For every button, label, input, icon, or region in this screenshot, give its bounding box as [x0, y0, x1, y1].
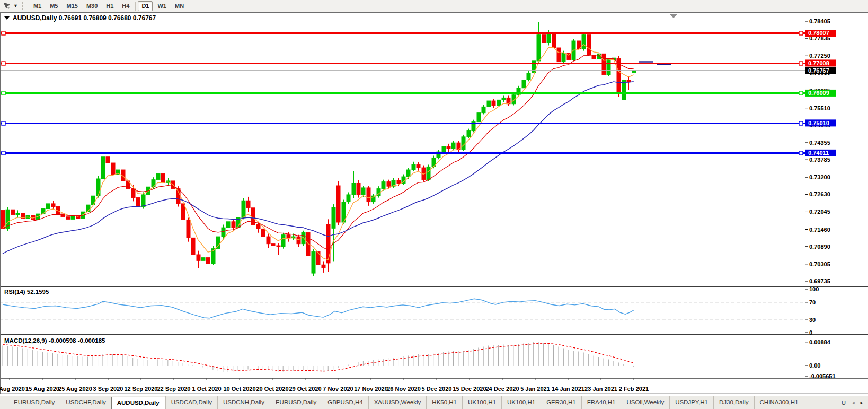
chart-tab-eurusd-daily[interactable]: EURUSD,Daily — [270, 396, 322, 409]
candle-body — [261, 229, 265, 237]
price-tick-label: 0.70305 — [809, 261, 830, 267]
chart-tab-usdjpy-h1[interactable]: USDJPY,H1 — [669, 396, 713, 409]
candle-body — [232, 222, 235, 228]
date-label: 6 Aug 2020 — [0, 386, 25, 392]
date-label: 29 Oct 2020 — [289, 386, 321, 392]
candle-body — [442, 147, 446, 152]
candle-body — [277, 246, 280, 247]
price-tick-label: 0.72630 — [809, 191, 830, 197]
candle-body — [222, 228, 225, 237]
hline-handle[interactable] — [2, 62, 5, 65]
hline-handle[interactable] — [2, 121, 5, 125]
candle-body — [357, 183, 360, 194]
chart-tab-usoil-weekly[interactable]: USOil,Weekly — [621, 396, 669, 409]
timeframe-button-h4[interactable]: H4 — [118, 1, 133, 11]
chart-tab-eurusd-daily[interactable]: EURUSD,Daily — [8, 396, 60, 409]
hline-handle[interactable] — [799, 151, 803, 155]
date-label: 26 Nov 2020 — [387, 386, 421, 392]
candle-body — [547, 33, 551, 43]
hline-handle[interactable] — [799, 121, 803, 125]
candle-body — [602, 54, 606, 75]
timeframe-button-w1[interactable]: W1 — [154, 1, 170, 11]
candle-body — [542, 35, 546, 43]
hline-handle[interactable] — [799, 91, 803, 95]
candle-body — [502, 98, 506, 100]
hline-handle[interactable] — [2, 31, 5, 35]
rsi-axis-label: 70 — [809, 299, 816, 306]
chevron-down-icon[interactable]: ▼ — [13, 3, 18, 8]
tab-truncated[interactable]: U — [836, 398, 849, 407]
timeframe-button-m15[interactable]: M15 — [63, 1, 81, 11]
chart-tab-ger30-h1[interactable]: GER30,H1 — [541, 396, 581, 409]
tab-scroll-cluster: U ◄ ► — [832, 396, 868, 409]
candle-body — [287, 235, 290, 238]
tab-scroll-right-icon[interactable]: ► — [857, 399, 866, 406]
rsi-axis-label: 100 — [809, 286, 819, 292]
hline-handle[interactable] — [2, 151, 5, 155]
chart-tab-usdcad-daily[interactable]: USDCAD,Daily — [165, 396, 217, 409]
candle-body — [361, 188, 365, 195]
chart-canvas[interactable]: 0.784050.778350.772500.766800.760950.755… — [0, 12, 868, 396]
candle-body — [406, 170, 410, 177]
price-tick-label: 0.73785 — [809, 156, 830, 163]
candle-body — [156, 173, 160, 179]
candle-body — [492, 101, 495, 105]
chart-tab-china300-h1[interactable]: CHINA300,H1 — [754, 396, 804, 409]
chart-tab-hk50-h1[interactable]: HK50,H1 — [426, 396, 462, 409]
tab-scroll-left-icon[interactable]: ◄ — [849, 399, 857, 406]
candle-body — [462, 137, 465, 150]
candle-body — [497, 100, 501, 105]
price-tick-label: 0.75510 — [809, 105, 830, 111]
date-label: 12 Sep 2020 — [125, 386, 158, 392]
hline-handle[interactable] — [799, 31, 803, 35]
date-label: 15 Dec 2020 — [453, 386, 486, 392]
date-label: 15 Aug 2020 — [25, 386, 59, 392]
timeframe-button-h1[interactable]: H1 — [102, 1, 117, 11]
chart-tab-gbpusd-h4[interactable]: GBPUSD,H4 — [322, 396, 368, 409]
candle-body — [256, 224, 260, 229]
date-label: 5 Jan 2021 — [520, 386, 550, 392]
macd-axis-label: 0.00 — [809, 362, 820, 369]
candle-body — [487, 101, 491, 107]
timeframe-button-d1[interactable]: D1 — [138, 1, 153, 11]
chart-tab-xauusd-weekly[interactable]: XAUUSD,Weekly — [368, 396, 427, 409]
candle-body — [201, 258, 205, 261]
candle-body — [397, 180, 401, 184]
date-label: 17 Nov 2020 — [354, 386, 388, 392]
hline-handle[interactable] — [799, 62, 803, 65]
candle-body — [326, 224, 330, 263]
crosshair-pointer-icon[interactable] — [2, 1, 12, 11]
candle-body — [332, 207, 335, 229]
candle-body — [197, 255, 200, 260]
timeframe-button-m5[interactable]: M5 — [46, 1, 61, 11]
candle-body — [46, 204, 50, 209]
toolbar-grip[interactable] — [22, 2, 25, 10]
candle-body — [61, 214, 65, 217]
candle-body — [136, 198, 140, 207]
chart-tab-uk100-h1[interactable]: UK100,H1 — [462, 396, 501, 409]
hline-handle[interactable] — [2, 91, 5, 95]
chart-tab-usdcnh-daily[interactable]: USDCNH,Daily — [217, 396, 270, 409]
chart-tab-uk100-h1[interactable]: UK100,H1 — [501, 396, 541, 409]
candle-body — [181, 204, 185, 220]
timeframe-button-m1[interactable]: M1 — [30, 1, 45, 11]
candle-body — [477, 113, 481, 122]
candle-body — [111, 163, 115, 174]
chart-background — [0, 12, 868, 396]
candle-body — [1, 210, 5, 229]
chart-tab-fra40-h1[interactable]: FRA40,H1 — [581, 396, 621, 409]
price-tick-label: 0.73200 — [809, 174, 830, 180]
chart-tab-dj30-daily[interactable]: DJ30,Daily — [713, 396, 754, 409]
candle-body — [557, 48, 561, 62]
candle-body — [316, 251, 320, 265]
timeframe-button-mn[interactable]: MN — [171, 1, 188, 11]
chart-tab-audusd-daily[interactable]: AUDUSD,Daily — [111, 397, 165, 409]
chart-tab-usdchf-daily[interactable]: USDCHF,Daily — [60, 396, 111, 409]
candle-body — [587, 35, 591, 55]
candle-body — [51, 204, 55, 207]
candle-body — [187, 220, 190, 238]
price-badge-text: 0.78007 — [808, 30, 829, 36]
candle-body — [96, 179, 100, 196]
candle-body — [312, 251, 315, 273]
timeframe-button-m30[interactable]: M30 — [83, 1, 101, 11]
